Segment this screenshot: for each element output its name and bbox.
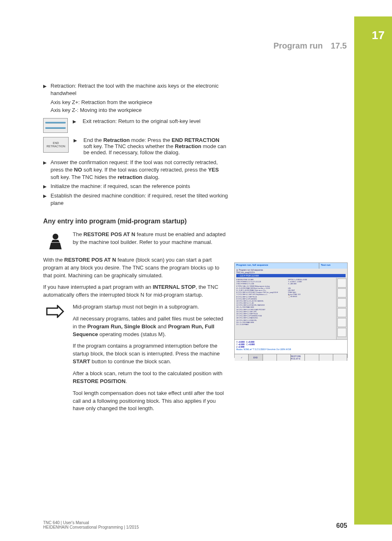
page-footer: TNC 640 | User's Manual HEIDENHAIN Conve… bbox=[43, 520, 347, 529]
body-text: Axis key Z-: Moving into the workpiece bbox=[51, 107, 228, 114]
note-text: Mid-program startup must not begin in a … bbox=[73, 303, 228, 311]
body-text: Answer the confirmation request: If the … bbox=[51, 159, 228, 181]
note-arrow-icon bbox=[43, 303, 68, 417]
body-text: Axis key Z+: Retraction from the workpie… bbox=[51, 99, 228, 106]
body-text: Establish the desired machine condition:… bbox=[51, 192, 228, 207]
page-content: ▶ Retraction: Retract the tool with the … bbox=[43, 82, 347, 423]
body-text: Retraction: Retract the tool with the ma… bbox=[51, 82, 228, 97]
bullet-arrow-icon: ▶ bbox=[73, 118, 83, 124]
note-text: The RESTORE POS AT N feature must be ena… bbox=[73, 231, 228, 246]
scrn-softkey-row: ✓ENDRESTORE POS AT N bbox=[235, 354, 347, 361]
footer-line2: HEIDENHAIN Conversational Programming | … bbox=[43, 525, 139, 529]
scrn-dro: X +0.000 A +0.000 Y +0.000 C +0.000 Z +2… bbox=[235, 339, 347, 354]
scrn-active-row: →113.H PGM 113 MM bbox=[236, 274, 346, 277]
bullet-arrow-icon: ▶ bbox=[74, 137, 83, 156]
note-list: Mid-program startup must not begin in a … bbox=[73, 303, 228, 417]
chapter-number: 17 bbox=[354, 16, 392, 42]
note-text: Tool length compensation does not take e… bbox=[73, 390, 228, 413]
scrn-file: TNC:\nc_prog\113.h bbox=[235, 271, 347, 274]
body-text: Exit retraction: Return to the original … bbox=[83, 118, 228, 124]
machine-builder-icon bbox=[43, 231, 68, 251]
bullet-arrow-icon: ▶ bbox=[43, 192, 51, 207]
section-heading: Any entry into program (mid-program star… bbox=[43, 218, 228, 225]
body-paragraph: If you have interrupted a part program w… bbox=[43, 283, 228, 299]
scrn-title-right: Test run bbox=[319, 263, 347, 269]
body-paragraph: With the RESTORE POS AT N feature (block… bbox=[43, 256, 228, 280]
scrn-info: LBLLBL REPPGM CALLActive PGM: 113⌚ 00:00… bbox=[288, 287, 335, 297]
cnc-screenshot: Program run, full sequence Test run ► Pr… bbox=[234, 262, 348, 358]
scrn-right-toolbar bbox=[336, 278, 347, 339]
note-text: After a block scan, return the tool to t… bbox=[73, 370, 228, 385]
softkey-end-retraction: END RETRACTION bbox=[43, 137, 69, 153]
bullet-arrow-icon: ▶ bbox=[43, 183, 51, 190]
body-text: End the Retraction mode: Press the END R… bbox=[83, 137, 228, 156]
bullet-arrow-icon: ▶ bbox=[43, 82, 51, 97]
scrn-mid-panel: WPOS X +0.000 A +0.000Y +0.000 C +0.000Z… bbox=[287, 278, 336, 339]
header-title: Program run bbox=[273, 41, 323, 50]
page-number: 605 bbox=[336, 522, 347, 529]
note-text: If the program contains a programmed int… bbox=[73, 342, 228, 366]
scrn-title-left: Program run, full sequence bbox=[235, 263, 319, 269]
chapter-tab: 17 bbox=[354, 16, 392, 525]
page-header: Program run 17.5 bbox=[273, 41, 347, 51]
scrn-coords: WPOS X +0.000 A +0.000Y +0.000 C +0.000Z… bbox=[288, 279, 335, 285]
note-text: All necessary programs, tables and palle… bbox=[73, 315, 228, 339]
footer-line1: TNC 640 | User's Manual bbox=[43, 520, 139, 525]
scrn-program-list: 0 BEGIN PGM 113 MM1 BLK FORM 0.1 Z X+0 Y… bbox=[235, 278, 287, 339]
softkey-handwheel-icon bbox=[43, 118, 68, 133]
bullet-arrow-icon: ▶ bbox=[43, 159, 51, 181]
body-text: Initialize the machine: if required, sca… bbox=[51, 183, 228, 190]
header-section: 17.5 bbox=[331, 41, 347, 50]
